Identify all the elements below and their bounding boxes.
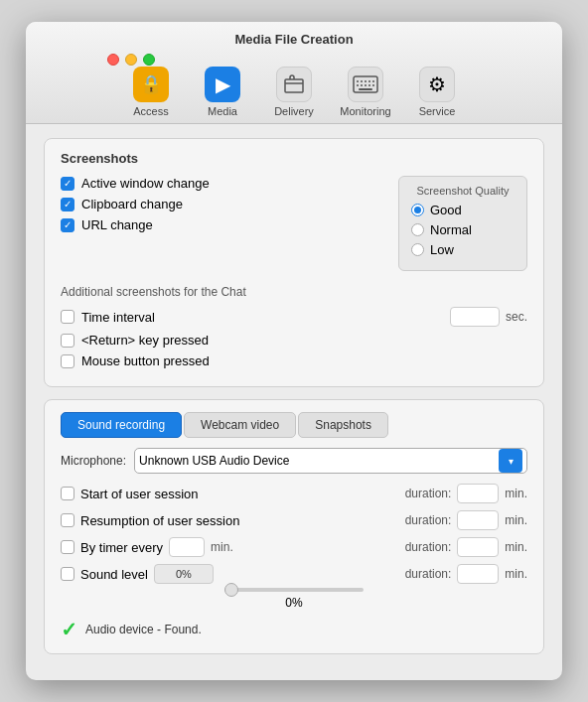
- label-sound-level: Sound level: [80, 567, 148, 582]
- checkbox-resumption-session[interactable]: [61, 513, 74, 527]
- checkbox-time-interval[interactable]: [61, 310, 74, 324]
- svg-rect-0: [285, 79, 303, 92]
- sound-level-progress-input[interactable]: 0%: [154, 564, 214, 584]
- slider-percent: 0%: [61, 596, 527, 610]
- recording-row-2: By timer every min. duration: min.: [61, 537, 527, 557]
- time-interval-row: Time interval sec.: [61, 307, 527, 327]
- checkbox-label-time-interval: Time interval: [81, 310, 155, 325]
- checkbox-label-mouse: Mouse button pressed: [81, 353, 210, 368]
- gear-icon: ⚙: [419, 67, 455, 102]
- checkbox-label-return: <Return> key pressed: [81, 333, 209, 348]
- dropdown-arrow-icon[interactable]: ▾: [499, 449, 522, 473]
- radio-label-normal: Normal: [430, 222, 472, 237]
- close-button[interactable]: [107, 54, 119, 66]
- radio-row-low[interactable]: Low: [411, 242, 514, 257]
- timer-input[interactable]: [169, 537, 205, 557]
- checkbox-url[interactable]: [61, 218, 74, 232]
- delivery-icon: [276, 67, 312, 102]
- checkbox-return-row[interactable]: <Return> key pressed: [61, 333, 527, 348]
- recording-row-0: Start of user session duration: min.: [61, 484, 527, 503]
- content-area: Screenshots Active window change Clipboa…: [26, 124, 562, 680]
- duration-input-3[interactable]: [457, 564, 499, 584]
- sound-level-row: Sound level 0% duration: min.: [61, 564, 527, 584]
- found-text: Audio device - Found.: [85, 623, 202, 636]
- tab-snapshots[interactable]: Snapshots: [298, 412, 388, 438]
- titlebar: Media File Creation 🔒 Access ▶ Media Del…: [26, 22, 562, 124]
- microphone-row: Microphone: Unknown USB Audio Device ▾: [61, 448, 527, 474]
- checkbox-mouse-row[interactable]: Mouse button pressed: [61, 353, 527, 368]
- checkbox-row-0[interactable]: Active window change: [61, 176, 382, 191]
- duration-input-1[interactable]: [457, 510, 499, 530]
- traffic-lights: [107, 54, 155, 66]
- min-label-2: min.: [505, 540, 527, 554]
- radio-good[interactable]: [411, 204, 424, 216]
- duration-label-1: duration:: [405, 513, 452, 527]
- radio-low[interactable]: [411, 243, 424, 256]
- checkbox-active-window[interactable]: [61, 177, 74, 191]
- media-section: Sound recording Webcam video Snapshots M…: [44, 399, 544, 654]
- timer-min-label: min.: [211, 540, 233, 554]
- checkbox-label-active-window: Active window change: [81, 176, 210, 191]
- checkbox-return[interactable]: [61, 334, 74, 348]
- screenshots-row: Active window change Clipboard change UR…: [61, 176, 527, 271]
- checkbox-sound-level[interactable]: [61, 567, 74, 581]
- radio-row-good[interactable]: Good: [411, 203, 514, 217]
- quality-title: Screenshot Quality: [411, 185, 514, 197]
- sec-input[interactable]: [450, 307, 500, 327]
- duration-label-3: duration:: [405, 567, 452, 581]
- keyboard-icon: [348, 67, 383, 102]
- screenshots-left: Active window change Clipboard change UR…: [61, 176, 382, 271]
- sound-level-slider[interactable]: [224, 588, 364, 592]
- radio-label-good: Good: [430, 203, 462, 217]
- toolbar-item-media[interactable]: ▶ Media: [187, 63, 258, 123]
- label-timer: By timer every: [80, 540, 163, 555]
- duration-input-2[interactable]: [457, 537, 499, 557]
- label-start-session: Start of user session: [80, 487, 199, 501]
- checkbox-row-2[interactable]: URL change: [61, 217, 382, 232]
- tab-webcam-video[interactable]: Webcam video: [184, 412, 296, 438]
- toolbar-label-media: Media: [208, 105, 237, 117]
- screenshots-section: Screenshots Active window change Clipboa…: [44, 138, 544, 387]
- quality-panel: Screenshot Quality Good Normal Low: [398, 176, 527, 271]
- slider-container: [61, 588, 527, 592]
- tab-sound-recording[interactable]: Sound recording: [61, 412, 182, 438]
- radio-row-normal[interactable]: Normal: [411, 222, 514, 237]
- min-label-3: min.: [505, 567, 527, 581]
- checkbox-start-session[interactable]: [61, 487, 74, 500]
- checkbox-label-url: URL change: [81, 217, 153, 232]
- checkbox-timer[interactable]: [61, 540, 74, 554]
- additional-title: Additional screenshots for the Chat: [61, 285, 527, 299]
- sec-label: sec.: [506, 310, 527, 324]
- recording-row-1: Resumption of user session duration: min…: [61, 510, 527, 530]
- radio-normal[interactable]: [411, 223, 424, 236]
- toolbar-label-delivery: Delivery: [274, 105, 314, 117]
- toolbar-item-access[interactable]: 🔒 Access: [115, 63, 187, 123]
- checkbox-time-interval-row[interactable]: Time interval: [61, 310, 155, 325]
- radio-label-low: Low: [430, 242, 454, 257]
- microphone-label: Microphone:: [61, 454, 126, 468]
- additional-screenshots: Additional screenshots for the Chat Time…: [61, 285, 527, 368]
- toolbar-label-access: Access: [133, 105, 168, 117]
- minimize-button[interactable]: [125, 54, 137, 66]
- label-resumption-session: Resumption of user session: [80, 513, 239, 528]
- toolbar-item-service[interactable]: ⚙ Service: [401, 63, 473, 123]
- duration-input-0[interactable]: [457, 484, 499, 503]
- checkbox-label-clipboard: Clipboard change: [81, 197, 183, 211]
- screenshots-title: Screenshots: [61, 151, 527, 166]
- duration-label-0: duration:: [405, 487, 452, 500]
- tabs: Sound recording Webcam video Snapshots: [61, 412, 527, 438]
- checkmark-icon: ✓: [61, 618, 77, 641]
- microphone-value: Unknown USB Audio Device: [139, 454, 499, 468]
- microphone-select[interactable]: Unknown USB Audio Device ▾: [134, 448, 527, 474]
- toolbar-item-delivery[interactable]: Delivery: [258, 63, 330, 123]
- checkbox-row-1[interactable]: Clipboard change: [61, 197, 382, 211]
- fullscreen-button[interactable]: [143, 54, 155, 66]
- checkbox-clipboard[interactable]: [61, 198, 74, 211]
- min-label-0: min.: [505, 487, 527, 500]
- found-row: ✓ Audio device - Found.: [61, 618, 527, 641]
- main-window: Media File Creation 🔒 Access ▶ Media Del…: [26, 22, 562, 680]
- min-label-1: min.: [505, 513, 527, 527]
- toolbar-item-monitoring[interactable]: Monitoring: [330, 63, 401, 123]
- checkbox-mouse[interactable]: [61, 354, 74, 368]
- play-icon: ▶: [205, 67, 240, 102]
